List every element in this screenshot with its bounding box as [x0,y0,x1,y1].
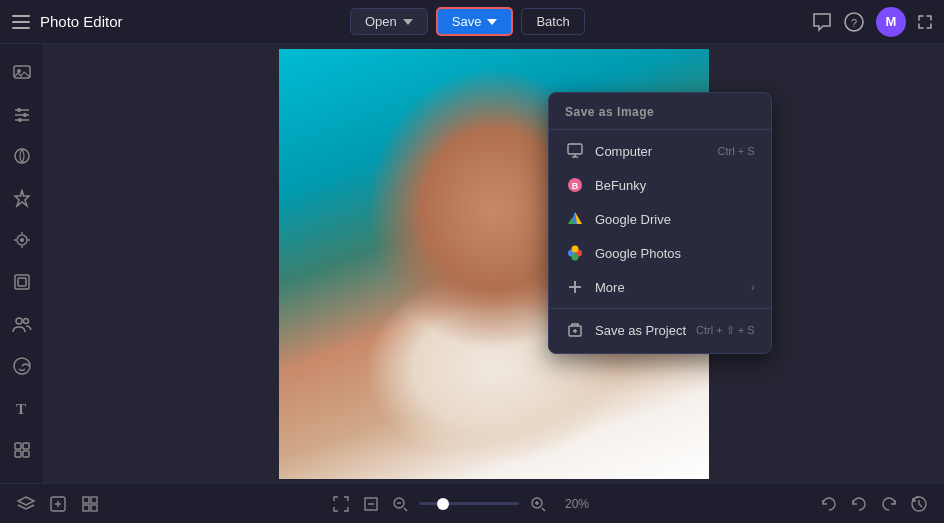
sidebar-item-adjustments[interactable] [4,96,40,132]
svg-rect-30 [568,144,582,154]
redo-button[interactable] [880,495,898,513]
save-project-shortcut: Ctrl + ⇧ + S [696,324,755,337]
save-more-label: More [595,280,625,295]
save-photos-label: Google Photos [595,246,681,261]
save-computer-shortcut: Ctrl + S [718,145,755,157]
header-left: Photo Editor [12,13,123,30]
sidebar-item-effects[interactable] [4,138,40,174]
sidebar-item-graphics[interactable] [4,432,40,468]
actual-size-button[interactable] [361,494,381,514]
save-photos-item[interactable]: Google Photos [549,236,771,270]
svg-point-10 [23,113,27,117]
sidebar-item-stickers[interactable] [4,348,40,384]
svg-text:T: T [16,401,26,417]
svg-rect-51 [91,505,97,511]
app-title: Photo Editor [40,13,123,30]
svg-point-37 [572,246,579,253]
bottom-center-tools: 20% [100,494,820,514]
svg-text:B: B [572,181,579,191]
zoom-out-button[interactable] [391,495,409,513]
main-area: T Save as Image [0,44,944,483]
history-button[interactable] [910,495,928,513]
svg-point-22 [16,318,22,324]
rotate-left-button[interactable] [820,495,838,513]
svg-rect-26 [15,443,21,449]
sidebar-item-image[interactable] [4,54,40,90]
svg-rect-20 [15,275,29,289]
svg-point-15 [20,238,24,242]
undo-button[interactable] [850,495,868,513]
layers-button[interactable] [16,494,36,514]
computer-icon [565,141,585,161]
save-button[interactable]: Save [436,7,514,36]
batch-button[interactable]: Batch [521,8,584,35]
svg-rect-27 [23,443,29,449]
svg-point-13 [15,149,29,163]
svg-rect-49 [91,497,97,503]
svg-marker-44 [18,497,34,505]
svg-rect-48 [83,497,89,503]
avatar[interactable]: M [876,7,906,37]
sidebar-item-magic[interactable] [4,180,40,216]
sidebar-item-retouch[interactable] [4,222,40,258]
save-project-item[interactable]: Save as Project Ctrl + ⇧ + S [549,313,771,347]
save-more-item[interactable]: More › [549,270,771,304]
more-chevron: › [751,281,755,293]
google-photos-icon [565,243,585,263]
sidebar-item-text[interactable]: T [4,390,40,426]
svg-line-60 [542,508,545,511]
svg-point-8 [17,108,21,112]
svg-point-38 [572,254,579,261]
open-button[interactable]: Open [350,8,428,35]
svg-rect-29 [23,451,29,457]
svg-rect-5 [14,66,30,78]
header-center: Open Save Batch [123,7,812,36]
save-computer-item[interactable]: Computer Ctrl + S [549,134,771,168]
zoom-slider[interactable] [419,502,519,505]
bottom-left-tools [16,494,100,514]
svg-point-6 [17,69,21,73]
chat-button[interactable] [812,12,832,32]
grid-button[interactable] [80,494,100,514]
save-computer-label: Computer [595,144,652,159]
dropdown-header: Save as Image [549,99,771,130]
befunky-icon: B [565,175,585,195]
svg-rect-21 [18,278,26,286]
more-icon [565,277,585,297]
help-button[interactable]: ? [844,12,864,32]
fit-screen-button[interactable] [331,494,351,514]
zoom-value: 20% [557,497,589,511]
svg-rect-28 [15,451,21,457]
zoom-in-button[interactable] [529,495,547,513]
expand-button[interactable] [918,15,932,29]
dropdown-separator [549,308,771,309]
edit-button[interactable] [48,494,68,514]
sidebar-item-people[interactable] [4,306,40,342]
svg-line-56 [404,508,407,511]
svg-rect-1 [12,21,30,23]
save-project-label: Save as Project [595,323,686,338]
svg-rect-0 [12,15,30,17]
save-dropdown: Save as Image Computer Ctrl + S [548,92,772,354]
svg-rect-50 [83,505,89,511]
sidebar: T [0,44,44,483]
google-drive-icon [565,209,585,229]
save-drive-item[interactable]: Google Drive [549,202,771,236]
svg-rect-2 [12,27,30,29]
project-icon [565,320,585,340]
header: Photo Editor Open Save Batch ? M [0,0,944,44]
canvas-area: Save as Image Computer Ctrl + S [44,44,944,483]
bottom-right-tools [820,495,928,513]
svg-point-12 [18,118,22,122]
bottom-toolbar: 20% [0,483,944,523]
svg-point-23 [23,319,28,324]
svg-text:?: ? [851,17,857,29]
menu-button[interactable] [12,15,30,29]
sidebar-item-frames[interactable] [4,264,40,300]
save-drive-label: Google Drive [595,212,671,227]
header-right: ? M [812,7,932,37]
save-befunky-item[interactable]: B BeFunky [549,168,771,202]
save-befunky-label: BeFunky [595,178,646,193]
